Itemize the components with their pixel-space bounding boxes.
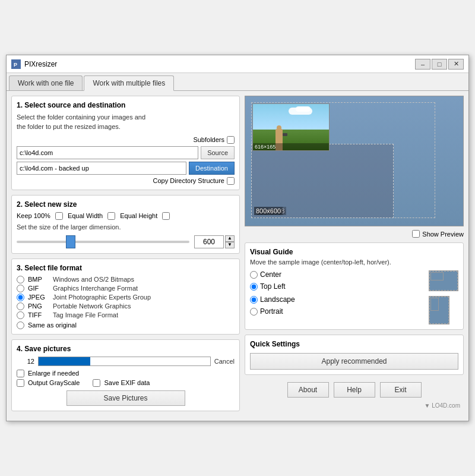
vg-title: Visual Guide bbox=[250, 248, 458, 256]
window-title: PIXresizer bbox=[24, 60, 415, 68]
spin-buttons: ▲ ▼ bbox=[225, 235, 235, 248]
qs-title: Quick Settings bbox=[250, 340, 458, 348]
svg-text:P: P bbox=[14, 62, 17, 68]
format-jpeg: JPEG Joint Photographic Experts Group bbox=[17, 294, 235, 301]
spin-down-button[interactable]: ▼ bbox=[225, 242, 235, 248]
about-button[interactable]: About bbox=[287, 382, 329, 398]
landscape-radio[interactable] bbox=[250, 296, 258, 304]
landscape-radio-row: Landscape bbox=[250, 295, 419, 304]
enlarge-checkbox[interactable] bbox=[17, 370, 24, 377]
vg-options: Center Top Left Landscape bbox=[250, 270, 458, 324]
equal-height-label: Equal Height bbox=[120, 212, 157, 219]
equal-width-checkbox[interactable] bbox=[107, 212, 115, 220]
save-pictures-button[interactable]: Save Pictures bbox=[66, 390, 185, 406]
save-options: Enlarge if needed Output GrayScale Save … bbox=[17, 370, 235, 387]
right-panel: 1024x768 800x600 bbox=[245, 96, 464, 416]
tab-bar: Work with one file Work with multiple fi… bbox=[7, 73, 468, 91]
right-bottom: Visual Guide Move the sample image (cent… bbox=[245, 242, 464, 411]
watermark: ▼ LO4D.com bbox=[245, 402, 464, 411]
size-input-row: ▲ ▼ bbox=[194, 235, 235, 248]
subfolders-label: Subfolders bbox=[193, 136, 224, 143]
topleft-radio[interactable] bbox=[250, 283, 258, 291]
equal-width-label: Equal Width bbox=[68, 212, 103, 219]
slider-row: ▲ ▼ bbox=[17, 235, 235, 248]
sample-image: 616×165 bbox=[252, 103, 330, 151]
exif-label: Save EXIF data bbox=[104, 379, 150, 386]
portrait-thumb bbox=[429, 296, 449, 324]
show-preview-row: Show Preview bbox=[245, 230, 464, 238]
format-tiff-radio[interactable] bbox=[17, 311, 24, 319]
format-bmp: BMP Windows and OS/2 Bitmaps bbox=[17, 276, 235, 283]
help-button[interactable]: Help bbox=[334, 382, 375, 398]
close-button[interactable]: ✕ bbox=[448, 59, 464, 70]
left-panel: 1. Select source and destination Select … bbox=[11, 96, 240, 416]
size-options-row: Keep 100% Equal Width Equal Height bbox=[17, 212, 235, 220]
landscape-label: Landscape bbox=[260, 295, 295, 304]
show-preview-checkbox[interactable] bbox=[412, 230, 420, 238]
equal-height-checkbox[interactable] bbox=[162, 212, 170, 220]
same-as-original-label: Same as original bbox=[28, 321, 77, 329]
format-jpeg-radio[interactable] bbox=[17, 294, 24, 301]
copy-dir-checkbox[interactable] bbox=[227, 177, 235, 185]
format-gif-radio[interactable] bbox=[17, 285, 24, 292]
size-slider[interactable] bbox=[17, 241, 189, 243]
maximize-button[interactable]: □ bbox=[432, 59, 447, 70]
section2-title: 2. Select new size bbox=[17, 200, 235, 209]
size-desc: Set the size of the larger dimension. bbox=[17, 223, 235, 231]
topleft-radio-row: Top Left bbox=[250, 282, 419, 291]
options-row2: Output GrayScale Save EXIF data bbox=[17, 379, 235, 387]
source-button[interactable]: Source bbox=[201, 146, 235, 159]
title-bar: P PIXresizer – □ ✕ bbox=[7, 55, 468, 73]
tab-one-file[interactable]: Work with one file bbox=[9, 75, 83, 90]
tab-multiple-files[interactable]: Work with multiple files bbox=[84, 75, 174, 91]
format-bmp-radio[interactable] bbox=[17, 276, 24, 283]
main-content: 1. Select source and destination Select … bbox=[7, 91, 468, 421]
grayscale-label: Output GrayScale bbox=[28, 379, 80, 386]
format-png: PNG Portable Network Graphics bbox=[17, 302, 235, 310]
main-window: P PIXresizer – □ ✕ Work with one file Wo… bbox=[6, 55, 469, 421]
grayscale-checkbox[interactable] bbox=[17, 379, 24, 387]
dest-input[interactable] bbox=[17, 162, 186, 175]
center-radio[interactable] bbox=[250, 271, 258, 279]
destination-button[interactable]: Destination bbox=[189, 162, 235, 175]
window-controls: – □ ✕ bbox=[415, 59, 464, 70]
enlarge-row: Enlarge if needed bbox=[17, 370, 235, 377]
format-png-radio[interactable] bbox=[17, 302, 24, 310]
quick-settings-section: Quick Settings Apply recommended bbox=[245, 335, 464, 375]
same-as-original-radio[interactable] bbox=[17, 321, 24, 329]
spin-up-button[interactable]: ▲ bbox=[225, 235, 235, 242]
section3-title: 3. Select file format bbox=[17, 264, 235, 272]
keep100-checkbox[interactable] bbox=[55, 212, 63, 220]
section1-desc: Select the folder containing your images… bbox=[17, 113, 235, 131]
progress-bar bbox=[38, 357, 211, 366]
show-preview-label: Show Preview bbox=[422, 231, 464, 238]
size-value-input[interactable] bbox=[194, 235, 224, 248]
subfolders-checkbox[interactable] bbox=[227, 136, 235, 144]
section-size: 2. Select new size Keep 100% Equal Width… bbox=[11, 195, 240, 254]
format-gif: GIF Graphics Interchange Format bbox=[17, 285, 235, 292]
vg-orientation-col: Landscape Portrait bbox=[250, 295, 419, 316]
vg-desc: Move the sample image (center/top-left, … bbox=[250, 259, 458, 266]
portrait-label: Portrait bbox=[260, 307, 283, 316]
source-row: Source bbox=[17, 146, 235, 159]
copy-dir-row: Copy Directory Structure bbox=[17, 177, 235, 185]
app-icon: P bbox=[11, 59, 21, 69]
vg-position-col: Center Top Left bbox=[250, 270, 419, 291]
portrait-radio-row: Portrait bbox=[250, 307, 419, 316]
enlarge-label: Enlarge if needed bbox=[28, 370, 79, 377]
progress-row: 12 Cancel bbox=[17, 357, 235, 366]
portrait-radio[interactable] bbox=[250, 308, 258, 316]
minimize-button[interactable]: – bbox=[415, 59, 430, 70]
copy-dir-label: Copy Directory Structure bbox=[153, 177, 224, 184]
section-save: 4. Save pictures 12 Cancel Enlarge if ne… bbox=[11, 339, 240, 411]
preview-area: 1024x768 800x600 bbox=[245, 96, 464, 226]
exit-button[interactable]: Exit bbox=[380, 382, 422, 398]
progress-number: 12 bbox=[17, 358, 34, 365]
sample-size-label: 616×165 bbox=[253, 143, 329, 150]
source-input[interactable] bbox=[17, 146, 198, 159]
landscape-thumb bbox=[429, 270, 458, 291]
apply-recommended-button[interactable]: Apply recommended bbox=[250, 353, 458, 370]
exif-checkbox[interactable] bbox=[93, 379, 100, 387]
format-list: BMP Windows and OS/2 Bitmaps GIF Graphic… bbox=[17, 276, 235, 319]
vg-right-col bbox=[429, 270, 458, 324]
